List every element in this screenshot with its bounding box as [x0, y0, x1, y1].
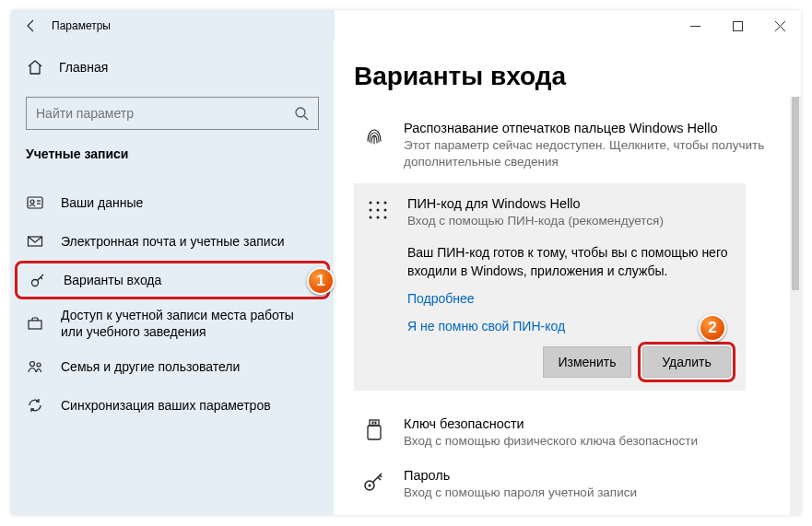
sidebar-item-work-access[interactable]: Доступ к учетной записи места работы или…	[11, 299, 334, 347]
user-card-icon	[26, 194, 44, 211]
annotation-badge-1: 1	[307, 267, 335, 295]
option-title: Пароль	[404, 468, 637, 483]
settings-window: Параметры Главная Уче	[11, 10, 801, 515]
titlebar: Параметры	[11, 10, 801, 41]
sidebar-item-your-info[interactable]: Ваши данные	[11, 183, 334, 222]
option-subtitle: Вход с помощью пароля учетной записи	[404, 485, 637, 501]
svg-rect-22	[370, 420, 379, 426]
svg-rect-24	[372, 422, 374, 425]
svg-point-20	[377, 216, 380, 219]
svg-rect-10	[29, 321, 41, 329]
option-password[interactable]: Пароль Вход с помощью пароля учетной зап…	[354, 459, 781, 510]
svg-point-11	[30, 362, 35, 367]
svg-point-5	[30, 200, 34, 204]
sidebar-item-family[interactable]: Семья и другие пользователи	[11, 347, 334, 386]
svg-rect-1	[733, 21, 742, 30]
window-title: Параметры	[52, 19, 111, 32]
key-icon	[29, 272, 47, 288]
main-content: Варианты входа Распознавание отпечатков …	[334, 41, 801, 515]
sidebar: Главная Учетные записи Ваши данные	[11, 41, 334, 515]
close-button[interactable]	[759, 10, 801, 41]
svg-rect-25	[375, 422, 377, 425]
option-title: Распознавание отпечатков пальцев Windows…	[404, 121, 775, 135]
svg-point-21	[384, 216, 387, 219]
sync-icon	[26, 397, 44, 414]
svg-point-18	[384, 209, 387, 212]
pin-forgot-link[interactable]: Я не помню свой ПИН-код	[407, 319, 736, 333]
pin-more-link[interactable]: Подробнее	[407, 291, 736, 306]
search-input[interactable]	[26, 97, 319, 130]
button-label: Удалить	[662, 355, 711, 369]
svg-point-17	[377, 209, 380, 212]
sidebar-item-label: Доступ к учетной записи места работы или…	[61, 307, 319, 340]
people-icon	[26, 358, 44, 375]
option-pin-expanded: ПИН-код для Windows Hello Вход с помощью…	[354, 183, 746, 391]
svg-point-12	[37, 363, 41, 367]
sidebar-section-title: Учетные записи	[11, 143, 334, 172]
mail-icon	[26, 233, 44, 250]
scrollbar[interactable]	[790, 97, 801, 515]
scrollbar-thumb[interactable]	[792, 97, 799, 290]
svg-rect-23	[368, 426, 381, 439]
svg-line-3	[304, 116, 308, 120]
option-subtitle: Вход с помощью физического ключа безопас…	[404, 433, 698, 450]
briefcase-icon	[26, 315, 44, 332]
search-field[interactable]	[36, 106, 294, 121]
option-fingerprint[interactable]: Распознавание отпечатков пальцев Windows…	[354, 111, 781, 180]
option-pin[interactable]: ПИН-код для Windows Hello Вход с помощью…	[363, 196, 736, 237]
sidebar-nav: Ваши данные Электронная почта и учетные …	[11, 172, 334, 425]
sidebar-item-email[interactable]: Электронная почта и учетные записи	[11, 222, 334, 261]
pin-keypad-icon	[363, 196, 393, 222]
maximize-button[interactable]	[716, 10, 759, 41]
search-icon	[294, 106, 309, 121]
sidebar-home[interactable]: Главная	[11, 49, 334, 86]
key-icon	[359, 468, 389, 494]
option-subtitle: Вход с помощью ПИН-кода (рекомендуется)	[407, 213, 664, 229]
sidebar-item-signin-options[interactable]: Варианты входа 1	[15, 261, 330, 299]
option-subtitle: Этот параметр сейчас недоступен. Щелкнит…	[404, 137, 775, 170]
pin-remove-button[interactable]: Удалить 2	[642, 346, 731, 378]
svg-point-13	[370, 202, 372, 205]
svg-point-16	[370, 209, 372, 212]
sidebar-item-label: Ваши данные	[61, 194, 143, 211]
pin-change-button[interactable]: Изменить	[543, 346, 631, 378]
svg-point-15	[384, 202, 387, 205]
fingerprint-icon	[359, 121, 389, 146]
home-icon	[26, 59, 44, 76]
sidebar-home-label: Главная	[59, 60, 108, 75]
sidebar-item-label: Варианты входа	[64, 272, 161, 288]
sidebar-item-label: Семья и другие пользователи	[61, 358, 240, 375]
pin-description: Ваш ПИН-код готов к тому, чтобы вы с пом…	[407, 243, 736, 281]
svg-point-9	[32, 280, 39, 286]
page-title: Варианты входа	[354, 62, 781, 91]
svg-point-27	[369, 485, 371, 487]
option-title: ПИН-код для Windows Hello	[407, 196, 664, 211]
minimize-button[interactable]	[674, 10, 716, 41]
sidebar-item-label: Электронная почта и учетные записи	[61, 233, 284, 250]
sidebar-item-sync[interactable]: Синхронизация ваших параметров	[11, 386, 334, 425]
option-security-key[interactable]: Ключ безопасности Вход с помощью физичес…	[354, 407, 781, 459]
svg-point-14	[377, 202, 380, 205]
usb-key-icon	[359, 416, 389, 442]
annotation-badge-2: 2	[699, 314, 726, 342]
sidebar-item-label: Синхронизация ваших параметров	[61, 397, 271, 414]
option-title: Ключ безопасности	[404, 416, 698, 431]
svg-point-19	[370, 216, 372, 219]
svg-point-2	[296, 108, 305, 117]
back-button[interactable]	[11, 10, 52, 41]
